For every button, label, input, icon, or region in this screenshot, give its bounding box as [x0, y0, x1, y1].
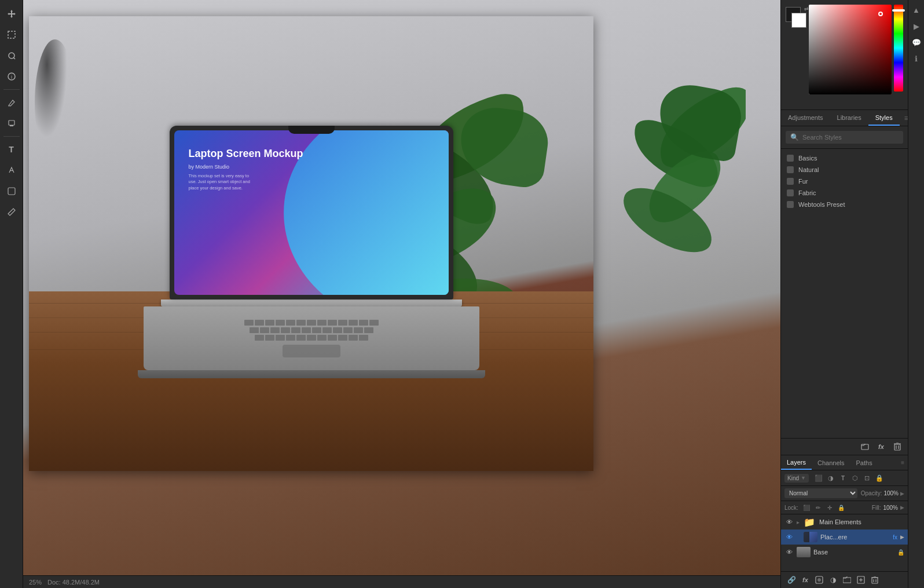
tab-channels[interactable]: Channels [812, 455, 850, 470]
lock-pixels-icon[interactable]: ⬛ [802, 503, 811, 512]
canvas-document: Laptop Screen Mockup by Modern Studio Th… [29, 16, 593, 471]
layer-new-btn[interactable] [855, 574, 867, 586]
background-color-swatch[interactable] [791, 13, 806, 28]
canvas-area[interactable]: Laptop Screen Mockup by Modern Studio Th… [23, 0, 780, 575]
kind-label: Kind [787, 475, 799, 481]
style-group-natural[interactable]: Natural [781, 164, 908, 176]
sidebar-play-icon[interactable]: ▶ [910, 20, 923, 32]
tool-info[interactable]: i [2, 67, 21, 86]
color-spectrum-bar[interactable] [894, 5, 903, 92]
layers-kind-filter[interactable]: Kind ▼ [784, 474, 809, 483]
opacity-chevron: ▶ [900, 491, 904, 496]
style-group-basics[interactable]: Basics [781, 152, 908, 164]
filter-pixel-icon[interactable]: ⬛ [813, 473, 824, 483]
kind-chevron: ▼ [801, 475, 806, 481]
style-group-fabric[interactable]: Fabric [781, 187, 908, 199]
tool-divider-2 [3, 136, 20, 137]
layer-name-placeholder: Plac...ere [820, 534, 890, 540]
layer-thumb-main: 📁 [802, 517, 816, 527]
filter-lock-icon[interactable]: 🔒 [874, 473, 885, 483]
opacity-value[interactable]: 100% [883, 490, 899, 496]
tab-adjustments[interactable]: Adjustments [781, 110, 830, 126]
svg-rect-10 [894, 444, 900, 450]
lock-draw-icon[interactable]: ✏ [813, 503, 823, 512]
layer-fx-btn[interactable]: fx [800, 574, 811, 586]
svg-line-2 [13, 57, 15, 59]
tab-paths[interactable]: Paths [850, 455, 878, 470]
tool-lasso[interactable] [2, 46, 21, 65]
tool-eyedropper[interactable] [2, 203, 21, 221]
layer-mask-btn[interactable] [813, 574, 825, 586]
style-group-webtools[interactable]: Webtools Preset [781, 199, 908, 210]
lock-label: Lock: [784, 505, 798, 511]
tool-pen[interactable] [2, 161, 21, 180]
layer-visibility-base[interactable]: 👁 [784, 547, 794, 557]
tab-layers[interactable]: Layers [781, 455, 812, 470]
svg-rect-21 [872, 578, 878, 583]
tab-styles[interactable]: Styles [868, 110, 900, 126]
lock-move-icon[interactable]: ✛ [825, 503, 834, 512]
styles-new-folder-btn[interactable] [859, 441, 871, 452]
tool-move[interactable] [2, 5, 21, 23]
layer-visibility-main[interactable]: 👁 [784, 517, 794, 527]
main-content: Laptop Screen Mockup by Modern Studio Th… [23, 0, 780, 588]
layer-name-base: Base [813, 549, 894, 556]
layers-tabs: Layers Channels Paths ≡ [781, 455, 908, 470]
lock-icons: ⬛ ✏ ✛ 🔒 [802, 503, 846, 512]
layer-thumb-placeholder [804, 532, 817, 542]
filter-adjustment-icon[interactable]: ◑ [826, 473, 836, 483]
lock-all-icon[interactable]: 🔒 [837, 503, 846, 512]
layer-adjustment-btn[interactable]: ◑ [827, 574, 839, 586]
spectrum-handle[interactable] [892, 9, 905, 12]
tool-stamp[interactable] [2, 114, 21, 133]
fill-label: Fill: [872, 505, 881, 511]
layer-delete-btn[interactable] [869, 574, 881, 586]
layers-list: 👁 ▸ 📁 Main Elements 👁 Plac...ere fx ▶ 👁 [781, 514, 908, 571]
layer-base[interactable]: 👁 Base 🔒 [781, 545, 908, 560]
svg-rect-0 [8, 31, 15, 38]
color-gradient-picker[interactable] [809, 5, 892, 94]
tab-libraries[interactable]: Libraries [830, 110, 868, 126]
styles-panel: 🔍 Basics Natural Fur Fabric [781, 126, 908, 455]
tool-shape[interactable] [2, 182, 21, 200]
layer-link-btn[interactable]: 🔗 [786, 574, 797, 586]
tool-type[interactable]: T [2, 140, 21, 159]
style-name-webtools: Webtools Preset [798, 201, 845, 208]
filter-shape-icon[interactable]: ⬡ [850, 473, 860, 483]
style-name-natural: Natural [798, 166, 819, 173]
sidebar-comment-icon[interactable]: 💬 [910, 36, 923, 49]
layer-placeholder[interactable]: 👁 Plac...ere fx ▶ [781, 529, 908, 545]
svg-rect-8 [8, 188, 15, 195]
blend-mode-select[interactable]: Normal Dissolve Multiply Screen Overlay [784, 488, 857, 498]
layer-expand-placeholder[interactable]: ▶ [900, 534, 904, 540]
layer-main-elements[interactable]: 👁 ▸ 📁 Main Elements [781, 514, 908, 529]
swap-colors-icon[interactable]: ⇄ [804, 6, 809, 12]
fill-value[interactable]: 100% [883, 505, 898, 511]
tool-divider-1 [3, 89, 20, 90]
fill-control: Fill: 100% ▶ [872, 505, 904, 511]
styles-fx-btn[interactable]: fx [875, 441, 887, 452]
sidebar-collapse-icon[interactable]: ▲ [910, 3, 923, 16]
layer-expand-main[interactable]: ▸ [797, 519, 800, 525]
filter-smartobj-icon[interactable]: ⊡ [862, 473, 872, 483]
styles-search-wrapper[interactable]: 🔍 [786, 131, 903, 144]
layers-panel: Layers Channels Paths ≡ Kind ▼ ⬛ ◑ T ⬡ ⊡… [781, 455, 908, 588]
mockup-desc: This mockup set is very easy to use. Jus… [189, 173, 258, 192]
sidebar-info-icon[interactable]: ℹ [910, 52, 923, 65]
style-group-fur[interactable]: Fur [781, 176, 908, 187]
blend-mode-row: Normal Dissolve Multiply Screen Overlay … [781, 486, 908, 501]
layer-visibility-placeholder[interactable]: 👁 [784, 532, 794, 542]
styles-delete-btn[interactable] [892, 441, 903, 452]
style-name-fur: Fur [798, 178, 808, 185]
tool-marquee[interactable] [2, 25, 21, 44]
styles-list: Basics Natural Fur Fabric Webtools Prese… [781, 149, 908, 438]
lock-row: Lock: ⬛ ✏ ✛ 🔒 Fill: 100% ▶ [781, 501, 908, 514]
layer-fx-badge[interactable]: fx [893, 534, 897, 540]
doc-info: Doc: 48.2M/48.2M [47, 579, 100, 586]
color-swatches[interactable]: ⇄ [786, 7, 806, 28]
filter-type-icon[interactable]: T [838, 473, 848, 483]
layer-folder-btn[interactable] [841, 574, 853, 586]
tool-brush[interactable] [2, 93, 21, 112]
styles-search-input[interactable] [802, 134, 899, 141]
layers-tab-more[interactable]: ≡ [897, 455, 908, 470]
